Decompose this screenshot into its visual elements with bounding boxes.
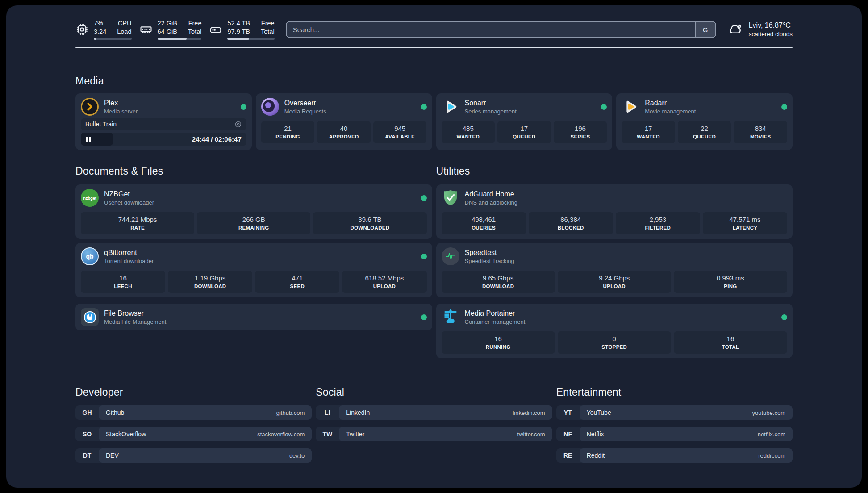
stat-value: 945 — [375, 125, 425, 133]
stat-label: WANTED — [623, 134, 673, 139]
link-url: dev.to — [289, 452, 305, 459]
stat-label: RATE — [83, 225, 192, 230]
adguard-card[interactable]: AdGuard Home DNS and adblocking 498,461 … — [436, 184, 793, 239]
link-name: Netflix — [587, 430, 604, 438]
pause-icon[interactable] — [86, 137, 91, 142]
stat-tile: 618.52 Mbps UPLOAD — [342, 271, 426, 293]
link-tag: DT — [75, 448, 99, 463]
link-dev[interactable]: DT DEV dev.to — [75, 448, 312, 463]
link-stackoverflow[interactable]: SO StackOverflow stackoverflow.com — [75, 427, 312, 441]
stat-value: 9.24 Gbps — [559, 274, 669, 282]
status-dot — [421, 254, 427, 259]
stat-value: 40 — [319, 125, 369, 133]
stat-label: LATENCY — [705, 225, 785, 230]
link-name: YouTube — [587, 409, 611, 416]
link-reddit[interactable]: RE Reddit reddit.com — [556, 448, 793, 463]
stat-tile: 47.571 ms LATENCY — [703, 212, 787, 234]
now-playing-row: Bullet Train — [81, 118, 246, 130]
app-title: Speedtest — [465, 248, 514, 257]
media-card-grid: Plex Media server Bullet Train — [75, 93, 793, 150]
disk-free-value: 52.4 TB — [227, 19, 250, 28]
middle-grid: Documents & Files nzbget NZBGet Usenet d… — [75, 165, 793, 362]
utilities-column: Utilities AdGuard Home — [436, 165, 793, 362]
search-input[interactable] — [287, 22, 695, 37]
nzbget-icon: nzbget — [81, 189, 99, 207]
portainer-card[interactable]: Media Portainer Container management 16 … — [436, 304, 793, 358]
stat-value: 834 — [735, 125, 785, 133]
overseerr-card[interactable]: Overseerr Media Requests 21 PENDING 40 A… — [256, 93, 432, 150]
plex-card[interactable]: Plex Media server Bullet Train — [75, 93, 252, 150]
filebrowser-card[interactable]: File Browser Media File Management — [75, 304, 432, 330]
nzbget-card[interactable]: nzbget NZBGet Usenet downloader 744.21 M… — [75, 184, 432, 239]
section-title-documents: Documents & Files — [75, 165, 432, 177]
link-url: github.com — [276, 409, 305, 416]
link-linkedin[interactable]: LI LinkedIn linkedin.com — [316, 405, 552, 420]
stat-tile: 196 SERIES — [554, 121, 607, 143]
disk-total-value: 97.9 TB — [227, 28, 250, 36]
stat-tile: 2,953 FILTERED — [616, 212, 700, 234]
links-grid: Developer GH Github github.com SO StackO… — [75, 386, 793, 470]
top-bar: 7% 3.24 CPU Load — [75, 19, 793, 40]
stat-tile: 1.19 Gbps DOWNLOAD — [168, 271, 252, 293]
qbittorrent-card[interactable]: qb qBittorrent Torrent downloader 16 LEE… — [75, 243, 432, 297]
link-name: Twitter — [346, 430, 364, 438]
playback-progress-bar: 24:44 / 02:06:47 — [81, 133, 246, 146]
portainer-icon — [442, 308, 459, 326]
link-github[interactable]: GH Github github.com — [75, 405, 312, 420]
stat-value: 744.21 Mbps — [83, 216, 192, 224]
weather-location-temp: Lviv, 16.87°C — [749, 21, 793, 30]
app-title: File Browser — [104, 309, 166, 318]
sonarr-card[interactable]: Sonarr Series management 485 WANTED 17 Q… — [436, 93, 613, 150]
memory-total-value: 64 GiB — [158, 28, 177, 36]
stat-value: 16 — [676, 335, 785, 343]
radarr-card[interactable]: Radarr Movie management 17 WANTED 22 QUE… — [616, 93, 793, 150]
stat-value: 39.6 TB — [315, 216, 425, 224]
stat-tile: 16 RUNNING — [442, 331, 555, 354]
link-url: youtube.com — [752, 409, 785, 416]
link-twitter[interactable]: TW Twitter twitter.com — [316, 427, 552, 441]
status-dot — [781, 314, 787, 320]
memory-total-label: Total — [188, 28, 202, 36]
filebrowser-icon — [81, 308, 99, 326]
cpu-icon — [75, 23, 89, 36]
cast-icon[interactable] — [234, 121, 242, 128]
link-url: stackoverflow.com — [257, 431, 305, 438]
stat-label: SEED — [257, 284, 338, 289]
disk-stat: 52.4 TB 97.9 TB Free Total — [209, 19, 274, 40]
link-tag: YT — [556, 405, 580, 420]
stat-label: QUERIES — [443, 225, 524, 230]
memory-icon — [139, 23, 153, 36]
stat-value: 17 — [623, 125, 673, 133]
stat-label: PING — [676, 284, 785, 289]
link-name: LinkedIn — [346, 409, 370, 416]
disk-total-label: Total — [261, 28, 275, 36]
link-netflix[interactable]: NF Netflix netflix.com — [556, 427, 793, 441]
stat-tile: 471 SEED — [255, 271, 339, 293]
stat-label: RUNNING — [443, 344, 553, 350]
stat-label: AVAILABLE — [375, 134, 425, 139]
stat-label: APPROVED — [319, 134, 369, 139]
weather-condition: scattered clouds — [749, 30, 793, 38]
stat-tile: 39.6 TB DOWNLOADED — [313, 212, 426, 234]
stat-label: DOWNLOAD — [443, 284, 553, 289]
stat-tile: 86,384 BLOCKED — [529, 212, 613, 234]
stat-tile: 17 WANTED — [622, 121, 675, 143]
disk-icon — [209, 23, 222, 36]
search-engine-button[interactable]: G — [695, 22, 715, 37]
playback-time: 24:44 / 02:06:47 — [192, 135, 246, 143]
stat-value: 21 — [263, 125, 313, 133]
stat-value: 498,461 — [443, 216, 524, 224]
stat-value: 16 — [443, 335, 553, 343]
stat-label: BLOCKED — [530, 225, 611, 230]
speedtest-card[interactable]: Speedtest Speedtest Tracking 9.65 Gbps D… — [436, 243, 793, 297]
memory-stat: 22 GiB 64 GiB Free Total — [139, 19, 202, 40]
stat-label: REMAINING — [199, 225, 309, 230]
link-tag: NF — [556, 427, 580, 441]
stat-label: DOWNLOAD — [170, 284, 250, 289]
stat-tile: 834 MOVIES — [734, 121, 787, 143]
link-url: twitter.com — [517, 431, 545, 438]
app-subtitle: Movie management — [645, 108, 696, 115]
link-youtube[interactable]: YT YouTube youtube.com — [556, 405, 793, 420]
link-name: Reddit — [587, 452, 605, 459]
cpu-stat: 7% 3.24 CPU Load — [75, 19, 132, 40]
